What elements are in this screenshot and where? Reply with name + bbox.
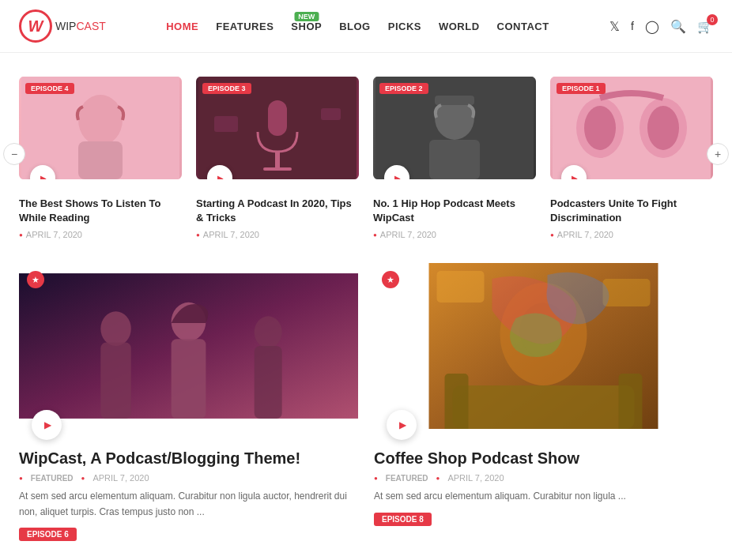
card-date-3: APRIL 7, 2020 xyxy=(373,230,536,239)
card-episode-badge-3: EPISODE 2 xyxy=(379,83,428,94)
svg-rect-28 xyxy=(603,279,651,306)
shop-new-badge: NEW xyxy=(294,12,319,21)
instagram-icon[interactable]: ◯ xyxy=(645,19,659,34)
card-title-3: No. 1 Hip Hop Podcast Meets WipCast xyxy=(373,197,536,225)
svg-rect-32 xyxy=(619,374,643,429)
featured-section: ★ WipCast, A Podcast/Blogging Theme! ● F… xyxy=(0,255,732,556)
svg-rect-8 xyxy=(321,108,341,120)
card-date-4: APRIL 7, 2020 xyxy=(550,230,713,239)
svg-rect-12 xyxy=(429,140,480,179)
card-image-3: EPISODE 2 xyxy=(373,77,536,179)
featured-card-2[interactable]: ★ Coffee Shop Podcast Show ● FEATURED ● … xyxy=(374,263,713,540)
featured-episode-tag-2: EPISODE 8 xyxy=(374,513,432,526)
svg-rect-5 xyxy=(275,152,280,167)
featured-card-1[interactable]: ★ WipCast, A Podcast/Blogging Theme! ● F… xyxy=(19,263,358,540)
svg-rect-24 xyxy=(255,346,282,419)
nav-world[interactable]: WORLD xyxy=(439,21,480,32)
featured-episode-tag-1: EPISODE 6 xyxy=(19,528,77,541)
svg-point-23 xyxy=(255,317,282,348)
featured-date-2: APRIL 7, 2020 xyxy=(447,473,504,483)
logo-cast: CAST xyxy=(76,20,105,32)
nav-contact[interactable]: CONTACT xyxy=(497,21,549,32)
featured-desc-2: At sem sed arcu elementum aliquam. Curab… xyxy=(374,489,713,504)
twitter-icon[interactable]: 𝕏 xyxy=(609,19,620,34)
svg-rect-20 xyxy=(100,343,131,419)
featured-play-1[interactable] xyxy=(32,410,62,440)
featured-dot-1: ● xyxy=(19,475,23,482)
carousel-grid: EPISODE 4 The Best Shows To Listen To Wh… xyxy=(19,77,713,239)
featured-img-wrap-2: ★ xyxy=(374,263,713,429)
main-nav: HOME FEATURES NEW SHOP BLOG PICKS WORLD … xyxy=(166,20,549,32)
featured-meta-2: ● FEATURED ● APRIL 7, 2020 xyxy=(374,473,713,483)
featured-title-1: WipCast, A Podcast/Blogging Theme! xyxy=(19,448,358,468)
card-title-1: The Best Shows To Listen To While Readin… xyxy=(19,197,182,225)
svg-rect-7 xyxy=(214,116,238,132)
card-title-2: Starting A Podcast In 2020, Tips & Trick… xyxy=(196,197,359,225)
svg-rect-11 xyxy=(435,96,474,105)
card-date-1: APRIL 7, 2020 xyxy=(19,230,182,239)
nav-home[interactable]: HOME xyxy=(166,21,198,32)
carousel-card-2[interactable]: EPISODE 3 Starting A Podcast In 2020, Ti… xyxy=(196,77,359,239)
card-image-4: EPISODE 1 xyxy=(550,77,713,179)
featured-meta-1: ● FEATURED ● APRIL 7, 2020 xyxy=(19,473,358,483)
carousel-next[interactable]: + xyxy=(707,143,729,165)
card-title-4: Podcasters Unite To Fight Discrimination xyxy=(550,197,713,225)
carousel-card-1[interactable]: EPISODE 4 The Best Shows To Listen To Wh… xyxy=(19,77,182,239)
svg-rect-4 xyxy=(268,100,287,136)
featured-date-1: APRIL 7, 2020 xyxy=(92,473,149,483)
featured-content-1: WipCast, A Podcast/Blogging Theme! ● FEA… xyxy=(19,448,358,540)
card-episode-badge-2: EPISODE 3 xyxy=(202,83,251,94)
svg-rect-6 xyxy=(263,167,292,171)
nav-picks[interactable]: PICKS xyxy=(388,21,421,32)
featured-label-1: FEATURED xyxy=(31,474,74,483)
nav-features[interactable]: FEATURES xyxy=(216,21,274,32)
card-date-2: APRIL 7, 2020 xyxy=(196,230,359,239)
card-episode-badge-4: EPISODE 1 xyxy=(557,83,606,94)
logo-text: WIPCAST xyxy=(55,20,106,32)
svg-rect-31 xyxy=(445,374,469,429)
carousel-section: − EPISODE 4 The Bes xyxy=(0,53,732,255)
svg-rect-30 xyxy=(453,385,635,429)
facebook-icon[interactable]: f xyxy=(631,20,634,32)
featured-label-2: FEATURED xyxy=(386,474,428,483)
carousel-card-3[interactable]: EPISODE 2 No. 1 Hip Hop Podcast Meets Wi… xyxy=(373,77,536,239)
nav-shop[interactable]: SHOP xyxy=(291,21,322,32)
svg-rect-22 xyxy=(172,340,206,419)
cart-wrap[interactable]: 🛒 0 xyxy=(697,19,713,34)
featured-desc-1: At sem sed arcu elementum aliquam. Curab… xyxy=(19,489,358,519)
logo[interactable]: W WIPCAST xyxy=(19,9,106,43)
featured-img-wrap-1: ★ xyxy=(19,263,358,429)
svg-rect-27 xyxy=(437,271,485,303)
featured-title-2: Coffee Shop Podcast Show xyxy=(374,448,713,468)
recent-section: RECENT EPISODES xyxy=(0,557,732,560)
logo-wip: WIP xyxy=(55,20,76,32)
nav-blog[interactable]: BLOG xyxy=(339,21,371,32)
featured-dot-1b: ● xyxy=(81,475,85,482)
svg-point-17 xyxy=(647,106,679,150)
svg-point-19 xyxy=(100,312,131,347)
featured-content-2: Coffee Shop Podcast Show ● FEATURED ● AP… xyxy=(374,448,713,525)
svg-point-16 xyxy=(584,106,616,150)
logo-icon: W xyxy=(19,9,52,43)
cart-badge: 0 xyxy=(707,14,718,25)
svg-rect-2 xyxy=(78,141,123,179)
header: W WIPCAST HOME FEATURES NEW SHOP BLOG PI… xyxy=(0,0,732,53)
featured-dot-2b: ● xyxy=(436,475,440,482)
carousel-card-4[interactable]: EPISODE 1 Podcasters Unite To Fight Disc… xyxy=(550,77,713,239)
card-image-1: EPISODE 4 xyxy=(19,77,182,179)
search-icon[interactable]: 🔍 xyxy=(670,19,686,34)
svg-point-1 xyxy=(78,95,123,145)
header-icons: 𝕏 f ◯ 🔍 🛒 0 xyxy=(609,19,713,34)
featured-dot-2: ● xyxy=(374,475,378,482)
carousel-prev[interactable]: − xyxy=(3,143,25,165)
card-image-2: EPISODE 3 xyxy=(196,77,359,179)
featured-play-2[interactable] xyxy=(387,410,417,440)
card-episode-badge-1: EPISODE 4 xyxy=(25,83,74,94)
